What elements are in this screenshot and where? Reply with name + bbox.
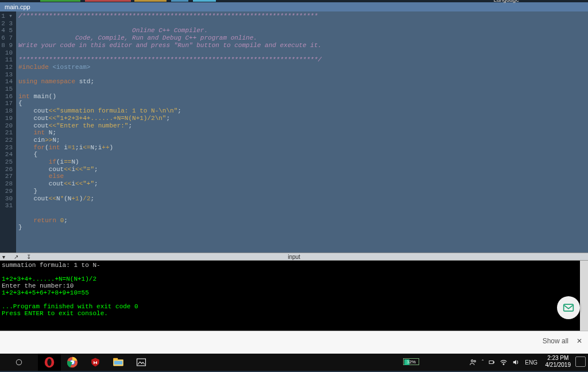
- cortana-icon[interactable]: [0, 354, 38, 371]
- time-text: 2:23 PM: [546, 355, 571, 362]
- svg-point-14: [503, 364, 504, 365]
- download-bar: Show all ✕: [0, 331, 588, 354]
- console-toolbar[interactable]: ▾ ↗ ↧ input: [0, 253, 588, 261]
- svg-point-11: [474, 361, 475, 362]
- taskbar[interactable]: 32% ˆ ENG 2:23 PM 4/21/2019: [0, 354, 588, 371]
- file-explorer-icon[interactable]: [107, 354, 130, 371]
- expand-icon[interactable]: ↗: [14, 254, 18, 260]
- svg-rect-9: [137, 359, 146, 366]
- svg-rect-8: [114, 361, 122, 365]
- show-all-button[interactable]: Show all: [543, 337, 568, 345]
- chrome-icon[interactable]: [61, 354, 84, 371]
- wifi-icon[interactable]: [500, 359, 508, 366]
- svg-point-0: [16, 359, 21, 365]
- file-tab[interactable]: main.cpp: [0, 2, 588, 11]
- battery-indicator[interactable]: 32%: [403, 358, 419, 365]
- svg-point-10: [471, 360, 473, 362]
- chevron-down-icon[interactable]: ▾: [2, 254, 5, 260]
- opera-icon[interactable]: [38, 354, 61, 371]
- people-icon[interactable]: [469, 358, 477, 366]
- top-toolbar: Language: [0, 0, 588, 2]
- clock[interactable]: 2:23 PM 4/21/2019: [546, 355, 571, 369]
- exit-icon[interactable]: ↧: [26, 254, 31, 260]
- language-indicator[interactable]: ENG: [525, 359, 537, 366]
- line-number-gutter: 1 ▾ 2 3 4 5 6 7 8 9 10 11 12 13 14 15 16…: [0, 11, 16, 253]
- chevron-up-icon[interactable]: ˆ: [482, 359, 483, 366]
- power-icon[interactable]: [488, 359, 495, 366]
- svg-rect-15: [564, 304, 574, 311]
- mcafee-icon[interactable]: [84, 354, 107, 371]
- svg-rect-7: [113, 358, 118, 361]
- code-area[interactable]: /***************************************…: [16, 11, 588, 253]
- date-text: 4/21/2019: [546, 362, 571, 369]
- code-editor[interactable]: 1 ▾ 2 3 4 5 6 7 8 9 10 11 12 13 14 15 16…: [0, 11, 588, 253]
- feedback-button[interactable]: [557, 296, 580, 319]
- close-icon[interactable]: ✕: [577, 337, 582, 345]
- svg-rect-13: [494, 362, 494, 363]
- input-label: input: [288, 254, 300, 260]
- svg-rect-12: [489, 361, 493, 364]
- volume-icon[interactable]: [512, 359, 520, 366]
- system-tray[interactable]: ˆ ENG: [469, 354, 537, 371]
- console-output[interactable]: summation formula: 1 to N- 1+2+3+4+.....…: [0, 261, 588, 331]
- svg-point-2: [47, 359, 51, 366]
- console-scrollbar[interactable]: [580, 261, 588, 331]
- language-selector-label: Language: [494, 0, 520, 3]
- photos-icon[interactable]: [130, 354, 153, 371]
- notifications-icon[interactable]: [575, 356, 586, 367]
